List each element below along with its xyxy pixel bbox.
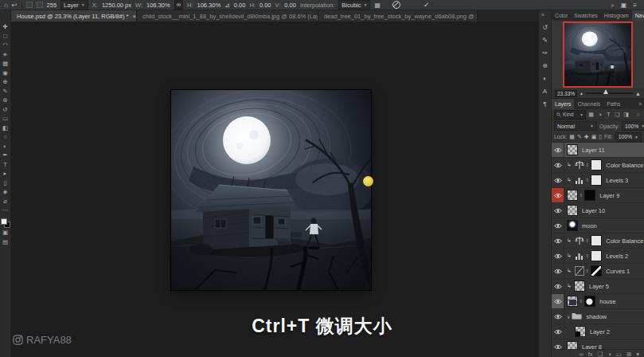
home-icon[interactable]: ⌂ <box>4 1 8 10</box>
zoom-tool[interactable]: ⌀ <box>1 198 10 206</box>
new-group-icon[interactable]: ▭ <box>616 351 622 357</box>
fill-dropdown[interactable]: 100%▼ <box>615 132 642 142</box>
delete-layer-icon[interactable]: ▾ <box>636 351 639 357</box>
tab-channels[interactable]: Channels <box>574 99 603 109</box>
screen-mode-icon[interactable]: ▤ <box>1 238 10 246</box>
crop-tool[interactable]: ▦ <box>1 60 10 68</box>
layer-thumbnail[interactable] <box>567 220 578 231</box>
filter-type-icon[interactable]: T <box>605 112 612 118</box>
layer-row[interactable]: ∞house <box>552 294 644 309</box>
reference-point-toggle[interactable] <box>26 2 33 8</box>
brush-tool[interactable]: ✎ <box>1 88 10 96</box>
clone-stamp-tool[interactable]: ⊛ <box>1 96 10 104</box>
foreground-color-swatch[interactable] <box>1 218 7 225</box>
layer-filter-search[interactable]: Kind ▼ <box>554 110 586 120</box>
history-panel-icon[interactable]: ↺ <box>542 25 548 31</box>
eye-icon[interactable] <box>554 163 562 168</box>
layer-mask-thumbnail[interactable] <box>584 190 595 201</box>
layer-row[interactable]: ↳∞Color Balance 4 <box>552 158 644 173</box>
layer-name[interactable]: house <box>599 298 615 305</box>
eye-icon[interactable] <box>554 284 562 289</box>
tab-navigator[interactable]: Navigator <box>632 10 644 21</box>
layer-row[interactable]: moon <box>552 218 644 233</box>
link-layers-icon[interactable]: ∞ <box>579 351 583 357</box>
warp-mode-icon[interactable]: ▦ <box>374 1 381 10</box>
layer-name[interactable]: Levels 2 <box>606 253 628 260</box>
eye-icon[interactable] <box>554 253 562 259</box>
lock-position-icon[interactable]: ✚ <box>584 134 589 140</box>
eye-icon[interactable] <box>554 269 562 274</box>
history-brush-tool[interactable]: ↺ <box>1 106 10 114</box>
layer-visibility-cell[interactable] <box>552 339 564 349</box>
quick-mask-icon[interactable]: ▣ <box>1 229 10 237</box>
character-panel-icon[interactable]: A <box>543 88 547 95</box>
layer-row[interactable]: ↳∞Curves 1 <box>552 264 644 279</box>
layer-mask-thumbnail[interactable] <box>591 265 602 277</box>
canvas-workspace[interactable] <box>11 22 539 357</box>
lock-all-icon[interactable]: ▯ <box>599 134 602 140</box>
auto-select-dropdown[interactable]: Layer▼ <box>60 0 88 10</box>
lasso-tool[interactable]: ◠ <box>1 41 10 49</box>
quick-selection-tool[interactable]: ✳ <box>1 51 10 59</box>
undo-icon[interactable]: ↩ <box>12 1 18 10</box>
maintain-aspect-ratio-icon[interactable]: ∞ <box>174 0 183 10</box>
filter-pixel-icon[interactable]: ▦ <box>587 112 595 118</box>
skew-v-field[interactable]: 0.00 <box>284 2 296 9</box>
marquee-tool[interactable]: □ <box>1 33 10 41</box>
share-icon[interactable]: ≡ <box>633 1 637 10</box>
blend-mode-dropdown[interactable]: Normal▼ <box>554 121 597 131</box>
layer-effects-icon[interactable]: fx <box>588 351 593 357</box>
toggle-secondary[interactable] <box>37 2 43 8</box>
zoom-slider-thumb[interactable] <box>603 89 608 94</box>
eraser-tool[interactable]: ▭ <box>1 115 10 123</box>
healing-brush-tool[interactable]: ⊕ <box>1 78 10 86</box>
eye-icon[interactable] <box>554 178 562 183</box>
commit-transform-icon[interactable]: ✓ <box>423 1 430 9</box>
layer-visibility-cell[interactable] <box>552 143 564 157</box>
layer-row[interactable]: ↳∞Levels 3 <box>552 173 644 188</box>
curves-adjustment-icon[interactable] <box>574 266 584 277</box>
move-tool[interactable]: ✚ <box>1 23 10 31</box>
rotate-value-field[interactable]: 0.00 <box>234 2 246 9</box>
lock-transparency-icon[interactable]: ▦ <box>569 134 575 140</box>
layer-visibility-cell[interactable] <box>552 279 564 293</box>
zoom-value-field[interactable]: 23.33% <box>555 90 577 97</box>
layer-visibility-cell[interactable] <box>552 173 564 187</box>
eye-icon[interactable] <box>554 238 562 244</box>
layer-visibility-cell[interactable] <box>552 249 564 263</box>
add-mask-icon[interactable]: ❏ <box>598 351 603 357</box>
layer-name[interactable]: Layer 10 <box>582 207 605 214</box>
layer-thumbnail[interactable] <box>567 144 578 155</box>
layer-name[interactable]: Layer 8 <box>582 343 602 350</box>
zoom-out-icon[interactable]: ▲ <box>580 91 584 96</box>
tab-swatches[interactable]: Swatches <box>571 10 600 21</box>
hand-tool[interactable]: ◈ <box>1 188 10 196</box>
levels-adjustment-icon[interactable] <box>574 251 584 261</box>
lock-artboard-icon[interactable]: ▣ <box>591 134 597 140</box>
blur-tool[interactable]: ○ <box>1 133 10 141</box>
collapse-panels-icon[interactable]: « <box>541 12 544 18</box>
adjustments-panel-icon[interactable]: ◐ <box>543 76 547 82</box>
gradient-tool[interactable]: ◧ <box>1 124 10 132</box>
document-tab[interactable]: child_stock__mini_1_88_by_shelldevil_d8i… <box>137 10 318 22</box>
clone-source-panel-icon[interactable]: ⊕ <box>542 63 548 69</box>
brush-settings-panel-icon[interactable]: ✎ <box>542 37 548 44</box>
layer-name[interactable]: Layer 5 <box>589 283 609 290</box>
layer-visibility-cell[interactable] <box>552 294 564 308</box>
opacity-dropdown[interactable]: 100%▼ <box>622 121 644 131</box>
new-layer-icon[interactable]: ⊞ <box>626 351 631 357</box>
filter-adjustment-icon[interactable]: ◑ <box>596 112 603 118</box>
type-tool[interactable]: T <box>1 161 10 169</box>
eye-icon[interactable] <box>554 344 562 350</box>
skew-h-field[interactable]: 0.00 <box>260 2 271 9</box>
layer-name[interactable]: Levels 3 <box>606 177 628 184</box>
layer-row[interactable]: ↳∞Color Balance 2 <box>552 233 644 249</box>
layer-name[interactable]: Layer 11 <box>582 147 605 154</box>
layer-row[interactable]: Layer 8 <box>552 339 644 349</box>
layer-name[interactable]: Curves 1 <box>606 268 630 275</box>
layer-visibility-cell[interactable] <box>552 264 564 278</box>
tab-paths[interactable]: Paths <box>603 99 623 109</box>
balance-adjustment-icon[interactable] <box>574 236 584 246</box>
layer-thumbnail[interactable] <box>567 205 578 216</box>
document-tab[interactable]: dead_tree_01_by_free_stock_by_wayne_d6ab… <box>318 10 478 22</box>
